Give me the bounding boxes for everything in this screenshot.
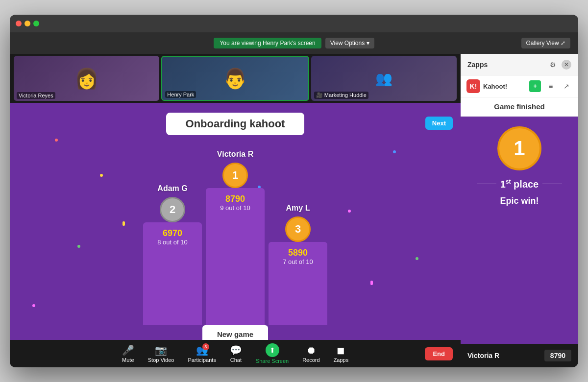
mute-icon: 🎤: [122, 344, 134, 356]
player-2-bar: 6970 8 out of 10: [143, 222, 202, 325]
video-icon: 📷: [155, 344, 167, 356]
mute-button[interactable]: 🎤 Mute: [117, 342, 139, 365]
next-button[interactable]: Next: [425, 117, 453, 130]
podium-container: Adam G 2 6970 8 out of 10 Victoria R 1: [143, 150, 327, 325]
minimize-window-button[interactable]: [24, 21, 30, 26]
video-thumbnails: 👩 Victoria Reyes 👨 Henry Park 👥 🎥 Market…: [10, 54, 461, 103]
henry-label: Henry Park: [165, 91, 196, 98]
zoom-area: 👩 Victoria Reyes 👨 Henry Park 👥 🎥 Market…: [10, 54, 461, 367]
end-call-button[interactable]: End: [425, 347, 453, 360]
zoom-top-bar: You are viewing Henry Park's screen View…: [10, 32, 578, 54]
player-2-medal: 2: [160, 197, 185, 222]
share-screen-icon: ⬆: [266, 343, 279, 357]
victoria-label: Victoria Reyes: [17, 92, 55, 99]
player-3-medal: 3: [285, 216, 311, 242]
epic-win-text: Epic win!: [500, 196, 539, 206]
first-place-area: 1 1st place Epic win!: [461, 117, 578, 344]
chat-icon: 💬: [230, 344, 242, 356]
traffic-lights: [16, 21, 39, 26]
title-bar: [10, 15, 578, 32]
kahoot-title-bar: Onboarding kahoot: [166, 113, 305, 135]
zapps-panel: Zapps ⚙ ✕ K! Kahoot! + ≡ ↗: [461, 54, 578, 367]
player-2-outof: 8 out of 10: [157, 239, 187, 246]
share-screen-button[interactable]: ⬆ Share Screen: [251, 341, 294, 366]
player-1-bar: 8790 9 out of 10: [206, 188, 265, 325]
zapps-icon: ◼: [337, 344, 345, 356]
zapps-app-bar: K! Kahoot! + ≡ ↗: [461, 75, 578, 97]
participants-badge: 3: [202, 343, 209, 350]
kahoot-game-title: Onboarding kahoot: [186, 118, 285, 130]
place-text: 1st place: [500, 178, 539, 190]
zapps-close-button[interactable]: ✕: [562, 60, 571, 70]
viewing-banner: You are viewing Henry Park's screen: [214, 38, 321, 48]
player-1-score: 8790: [225, 194, 245, 204]
podium-player-3: Amy L 3 5890 7 out of 10: [269, 204, 327, 325]
player-3-name: Amy L: [286, 204, 310, 213]
winner-score: 8790: [544, 350, 571, 361]
player-1-medal: 1: [222, 163, 248, 188]
new-game-button[interactable]: New game: [202, 325, 268, 340]
kahoot-app-icon: K!: [466, 79, 480, 93]
zapps-header: Zapps ⚙ ✕: [461, 54, 578, 75]
participants-button[interactable]: 👥 3 Participants: [183, 342, 220, 365]
game-finished-header: Game finished: [461, 97, 578, 117]
zapps-panel-title: Zapps: [467, 61, 488, 69]
player-2-score: 6970: [163, 228, 182, 239]
view-options-button[interactable]: View Options ▾: [325, 38, 374, 48]
player-3-outof: 7 out of 10: [283, 258, 313, 265]
player-3-score: 5890: [288, 248, 308, 258]
zapps-settings-icon[interactable]: ⚙: [547, 59, 559, 71]
video-thumb-group: 👥 🎥 Marketing Huddle: [311, 56, 457, 101]
chat-button[interactable]: 💬 Chat: [225, 342, 247, 365]
zapps-button[interactable]: ◼ Zapps: [329, 342, 354, 365]
close-window-button[interactable]: [16, 21, 22, 26]
game-finished-title: Game finished: [494, 102, 544, 111]
place-line-left: [477, 184, 496, 184]
player-1-name: Victoria R: [217, 150, 253, 159]
add-app-button[interactable]: +: [529, 80, 541, 92]
zoom-bottom-bar: 🎤 Mute 📷 Stop Video 👥 3 Participants: [10, 340, 461, 367]
record-icon: ⏺: [306, 345, 316, 356]
gallery-view-button[interactable]: Gallery View ⤢: [521, 38, 570, 48]
group-label: 🎥 Marketing Huddle: [314, 92, 368, 99]
podium-player-1: Victoria R 1 8790 9 out of 10: [206, 150, 265, 325]
mac-window: You are viewing Henry Park's screen View…: [10, 15, 578, 367]
winner-name: Victoria R: [467, 352, 499, 359]
maximize-window-button[interactable]: [33, 21, 39, 26]
record-button[interactable]: ⏺ Record: [297, 343, 324, 365]
player-1-outof: 9 out of 10: [220, 204, 250, 212]
window-body: You are viewing Henry Park's screen View…: [10, 32, 578, 367]
first-place-medal: 1: [497, 126, 541, 170]
stop-video-button[interactable]: 📷 Stop Video: [143, 342, 179, 365]
place-line-right: [542, 184, 562, 184]
winner-row: Victoria R 8790: [461, 344, 578, 367]
player-3-bar: 5890 7 out of 10: [269, 242, 327, 325]
filter-icon[interactable]: ≡: [545, 80, 557, 92]
kahoot-app-name: Kahoot!: [483, 83, 526, 90]
player-2-name: Adam G: [157, 184, 187, 193]
main-content: 👩 Victoria Reyes 👨 Henry Park 👥 🎥 Market…: [10, 54, 578, 367]
video-thumb-victoria: 👩 Victoria Reyes: [14, 56, 159, 101]
kahoot-game-area: Next Onboarding kahoot Adam G 2 6970: [10, 103, 461, 340]
video-thumb-henry: 👨 Henry Park: [161, 56, 309, 101]
podium-player-2: Adam G 2 6970 8 out of 10: [143, 184, 202, 325]
external-link-icon[interactable]: ↗: [561, 80, 572, 92]
place-divider: 1st place: [477, 178, 563, 190]
